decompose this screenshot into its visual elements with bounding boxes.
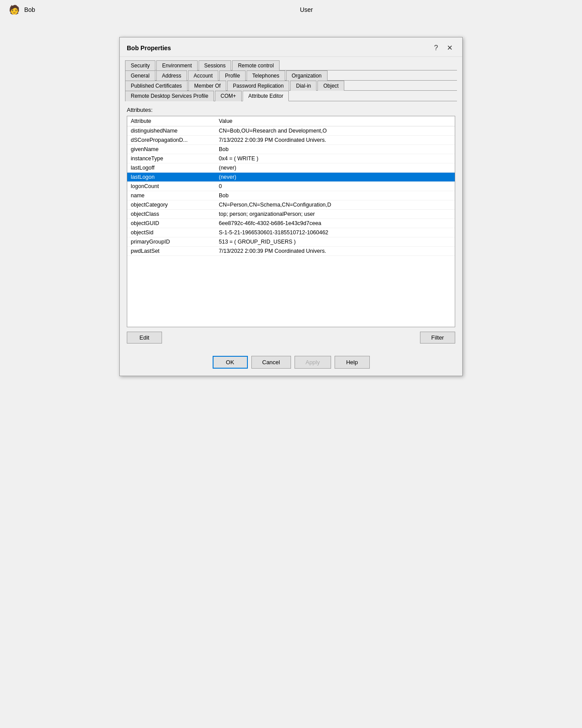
table-row[interactable]: objectSidS-1-5-21-1966530601-3185510712-… (127, 228, 455, 237)
value-cell: Bob (215, 145, 455, 154)
attribute-cell: primaryGroupID (127, 237, 215, 247)
tab-profile[interactable]: Profile (219, 70, 246, 81)
tabs-container: Security Environment Sessions Remote con… (120, 57, 462, 101)
table-row[interactable]: nameBob (127, 191, 455, 200)
value-cell: top; person; organizationalPerson; user (215, 210, 455, 219)
tab-organization[interactable]: Organization (286, 70, 328, 81)
table-row[interactable]: givenNameBob (127, 145, 455, 154)
title-bar-usertype: User (300, 6, 313, 13)
table-row[interactable]: primaryGroupID513 = ( GROUP_RID_USERS ) (127, 237, 455, 247)
attributes-label: Attributes: (127, 107, 455, 113)
tab-remote-control[interactable]: Remote control (232, 60, 279, 70)
value-cell: (never) (215, 173, 455, 182)
attribute-cell: name (127, 191, 215, 200)
tab-row-3: Published Certificates Member Of Passwor… (125, 81, 457, 91)
tab-remote-desktop[interactable]: Remote Desktop Services Profile (125, 91, 214, 101)
dialog: Bob Properties ? ✕ Security Environment … (119, 37, 463, 376)
tab-object[interactable]: Object (317, 81, 344, 91)
dialog-close-button[interactable]: ✕ (444, 43, 455, 53)
attribute-cell: instanceType (127, 154, 215, 163)
tab-member-of[interactable]: Member Of (188, 81, 226, 91)
attribute-cell: givenName (127, 145, 215, 154)
attributes-table: Attribute Value distinguishedNameCN=Bob,… (127, 116, 455, 256)
attribute-cell: pwdLastSet (127, 247, 215, 256)
page-wrapper: Bob Properties ? ✕ Security Environment … (0, 19, 582, 394)
table-row[interactable]: objectCategoryCN=Person,CN=Schema,CN=Con… (127, 200, 455, 210)
value-cell: 7/13/2022 2:00:39 PM Coordinated Univers… (215, 136, 455, 145)
tab-row-4: Remote Desktop Services Profile COM+ Att… (125, 91, 457, 101)
tab-sessions[interactable]: Sessions (199, 60, 232, 70)
value-cell: 0 (215, 182, 455, 191)
value-cell: S-1-5-21-1966530601-3185510712-1060462 (215, 228, 455, 237)
table-row[interactable]: lastLogon(never) (127, 173, 455, 182)
edit-button[interactable]: Edit (127, 332, 162, 344)
dialog-help-button[interactable]: ? (431, 43, 441, 53)
attribute-cell: objectClass (127, 210, 215, 219)
filter-button[interactable]: Filter (420, 332, 455, 344)
table-row[interactable]: objectGUID6ee8792c-46fc-4302-b686-1e43c9… (127, 219, 455, 228)
value-cell: 7/13/2022 2:00:39 PM Coordinated Univers… (215, 247, 455, 256)
attribute-cell: objectSid (127, 228, 215, 237)
tab-general[interactable]: General (125, 70, 155, 81)
attribute-cell: distinguishedName (127, 126, 215, 136)
value-cell: CN=Person,CN=Schema,CN=Configuration,D (215, 200, 455, 210)
col-header-attribute: Attribute (127, 116, 215, 126)
action-row: Edit Filter (127, 332, 455, 344)
tab-address[interactable]: Address (156, 70, 187, 81)
table-row[interactable]: distinguishedNameCN=Bob,OU=Research and … (127, 126, 455, 136)
apply-button[interactable]: Apply (295, 356, 331, 369)
table-row[interactable]: objectClasstop; person; organizationalPe… (127, 210, 455, 219)
col-header-value: Value (215, 116, 455, 126)
value-cell: (never) (215, 163, 455, 173)
dialog-title-buttons: ? ✕ (431, 43, 455, 53)
tab-row-2: General Address Account Profile Telephon… (125, 70, 457, 81)
dialog-title-bar: Bob Properties ? ✕ (120, 37, 462, 57)
user-icon: 🧑 (9, 4, 20, 15)
table-row[interactable]: pwdLastSet7/13/2022 2:00:39 PM Coordinat… (127, 247, 455, 256)
attribute-cell: lastLogon (127, 173, 215, 182)
dialog-title: Bob Properties (127, 44, 171, 52)
table-row[interactable]: instanceType0x4 = ( WRITE ) (127, 154, 455, 163)
tab-row-1: Security Environment Sessions Remote con… (125, 60, 457, 70)
value-cell: Bob (215, 191, 455, 200)
tab-security[interactable]: Security (125, 60, 155, 70)
table-row[interactable]: lastLogoff(never) (127, 163, 455, 173)
tab-dial-in[interactable]: Dial-in (290, 81, 317, 91)
tab-environment[interactable]: Environment (156, 60, 197, 70)
ok-button[interactable]: OK (213, 356, 248, 369)
dialog-content: Attributes: Attribute Value distinguishe… (120, 101, 462, 349)
table-row[interactable]: dSCorePropagationD...7/13/2022 2:00:39 P… (127, 136, 455, 145)
help-button[interactable]: Help (335, 356, 370, 369)
tab-attribute-editor[interactable]: Attribute Editor (243, 91, 289, 101)
table-row[interactable]: logonCount0 (127, 182, 455, 191)
attribute-cell: objectCategory (127, 200, 215, 210)
tab-telephones[interactable]: Telephones (247, 70, 285, 81)
tab-com-plus[interactable]: COM+ (215, 91, 242, 101)
cancel-button[interactable]: Cancel (251, 356, 291, 369)
title-bar: 🧑 Bob User (0, 0, 582, 19)
attributes-table-wrapper: Attribute Value distinguishedNameCN=Bob,… (127, 116, 455, 327)
tab-published-certs[interactable]: Published Certificates (125, 81, 188, 91)
dialog-footer: OK Cancel Apply Help (120, 349, 462, 369)
value-cell: CN=Bob,OU=Research and Development,O (215, 126, 455, 136)
attribute-cell: dSCorePropagationD... (127, 136, 215, 145)
attribute-cell: lastLogoff (127, 163, 215, 173)
table-scroll-area[interactable]: Attribute Value distinguishedNameCN=Bob,… (127, 116, 455, 319)
attribute-cell: objectGUID (127, 219, 215, 228)
tab-password-replication[interactable]: Password Replication (227, 81, 289, 91)
value-cell: 513 = ( GROUP_RID_USERS ) (215, 237, 455, 247)
value-cell: 6ee8792c-46fc-4302-b686-1e43c9d7ceea (215, 219, 455, 228)
title-bar-username: Bob (24, 6, 35, 13)
tab-account[interactable]: Account (188, 70, 218, 81)
attribute-cell: logonCount (127, 182, 215, 191)
value-cell: 0x4 = ( WRITE ) (215, 154, 455, 163)
